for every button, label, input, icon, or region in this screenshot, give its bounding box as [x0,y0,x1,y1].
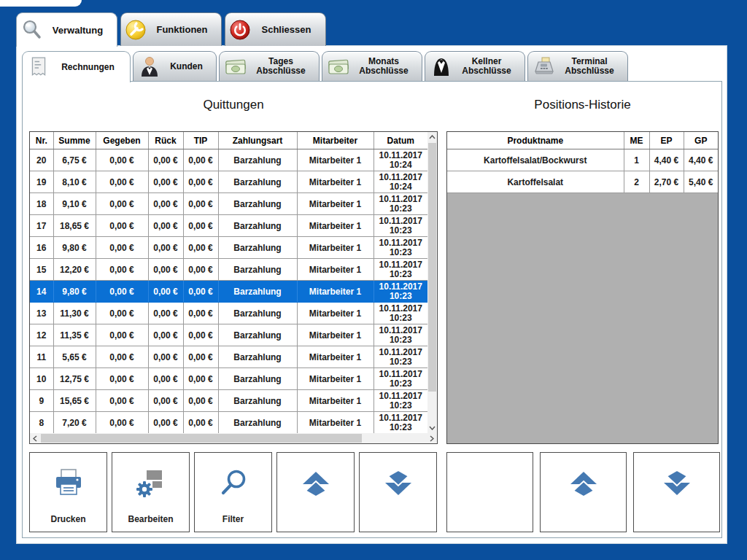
cell[interactable]: 13 [30,303,53,324]
cell-datum[interactable]: 10.11.201710:23 [374,193,427,215]
cell[interactable]: 0,00 € [183,303,218,324]
cell[interactable]: 0,00 € [183,324,218,346]
cell[interactable]: 8,10 € [53,171,96,193]
cell[interactable]: 8 [30,412,53,434]
cell[interactable]: Barzahlung [218,324,297,346]
drucken-button[interactable]: Drucken [29,452,107,532]
cell[interactable]: Mitarbeiter 1 [297,149,374,171]
cell[interactable]: Mitarbeiter 1 [297,412,374,434]
cell[interactable]: 4,40 € [649,149,684,171]
vertical-scrollbar[interactable] [427,132,437,433]
cell[interactable]: Kartoffelsalat/Bockwurst [447,149,624,171]
cell[interactable]: Mitarbeiter 1 [297,368,374,390]
cell[interactable]: Mitarbeiter 1 [297,324,374,346]
scroll-up-icon[interactable] [427,132,437,142]
cell[interactable]: Kartoffelsalat [447,171,624,193]
tab-funktionen[interactable]: Funktionen [120,12,222,46]
cell-datum[interactable]: 10.11.201710:23 [374,281,427,303]
cell[interactable]: 4,40 € [684,149,718,171]
table-row[interactable]: 1718,65 €0,00 €0,00 €0,00 €BarzahlungMit… [30,215,427,237]
cell[interactable]: 0,00 € [96,281,148,303]
tab-verwaltung[interactable]: Verwaltung [16,12,117,47]
cell[interactable]: Barzahlung [218,412,297,434]
cell[interactable]: 11,30 € [53,303,96,324]
cell[interactable]: 1 [624,149,649,171]
cell[interactable]: Mitarbeiter 1 [297,193,374,215]
cell[interactable]: 0,00 € [183,412,218,434]
tab-tages-abschluesse[interactable]: TagesAbschlüsse [219,51,320,81]
cell[interactable]: 0,00 € [148,259,183,281]
table-row[interactable]: Kartoffelsalat22,70 €5,40 € [447,171,718,193]
cell[interactable]: Mitarbeiter 1 [297,237,374,259]
cell[interactable]: Barzahlung [218,390,297,412]
table-row[interactable]: 149,80 €0,00 €0,00 €0,00 €BarzahlungMita… [30,281,427,303]
table-row[interactable]: 1211,35 €0,00 €0,00 €0,00 €BarzahlungMit… [30,324,427,346]
cell[interactable]: Barzahlung [218,346,297,368]
cell[interactable]: 0,00 € [183,193,218,215]
cell-datum[interactable]: 10.11.201710:23 [374,412,427,434]
cell[interactable]: Mitarbeiter 1 [297,346,374,368]
cell[interactable]: 0,00 € [148,412,183,434]
cell[interactable]: 11,35 € [53,324,96,346]
cell[interactable]: 0,00 € [183,390,218,412]
scrollbar-thumb[interactable] [428,143,436,392]
cell[interactable]: 0,00 € [96,390,148,412]
cell[interactable]: Barzahlung [218,281,297,303]
cell[interactable]: 0,00 € [148,346,183,368]
cell[interactable]: 0,00 € [183,368,218,390]
table-row[interactable]: 87,20 €0,00 €0,00 €0,00 €BarzahlungMitar… [30,412,427,434]
cell-datum[interactable]: 10.11.201710:23 [374,390,427,412]
cell[interactable]: Barzahlung [218,259,297,281]
scroll-up-button[interactable] [276,452,355,532]
filter-button[interactable]: Filter [194,452,272,532]
cell[interactable]: 9 [30,390,53,412]
cell[interactable]: Barzahlung [218,193,297,215]
cell[interactable]: 9,80 € [53,237,96,259]
cell[interactable]: Barzahlung [218,149,297,171]
table-row[interactable]: 169,80 €0,00 €0,00 €0,00 €BarzahlungMita… [30,237,427,259]
cell[interactable]: 0,00 € [148,281,183,303]
cell[interactable]: 0,00 € [96,215,148,237]
scroll-right-icon[interactable] [427,433,437,443]
cell[interactable]: 15,65 € [53,390,96,412]
cell[interactable]: 0,00 € [96,237,148,259]
cell[interactable]: 5,65 € [53,346,96,368]
cell[interactable]: Barzahlung [218,171,297,193]
cell[interactable]: 0,00 € [96,149,148,171]
cell-datum[interactable]: 10.11.201710:23 [374,237,427,259]
cell[interactable]: 10 [30,368,53,390]
horizontal-scrollbar[interactable] [30,433,437,443]
scroll-left-icon[interactable] [30,433,40,443]
cell[interactable]: 7,20 € [53,412,96,434]
cell[interactable]: 0,00 € [96,368,148,390]
cell[interactable]: 0,00 € [96,346,148,368]
cell[interactable]: 0,00 € [148,149,183,171]
cell[interactable]: 0,00 € [148,303,183,324]
cell-datum[interactable]: 10.11.201710:23 [374,303,427,324]
cell[interactable]: 12,20 € [53,259,96,281]
cell[interactable]: 0,00 € [183,259,218,281]
tab-terminal-abschluesse[interactable]: TerminalAbschlüsse [527,51,628,81]
cell[interactable]: 0,00 € [148,324,183,346]
cell[interactable]: 12,75 € [53,368,96,390]
cell[interactable]: 14 [30,281,53,303]
positions-scroll-down-button[interactable] [633,452,720,532]
scroll-down-button[interactable] [359,452,437,532]
cell-datum[interactable]: 10.11.201710:23 [374,368,427,390]
cell[interactable]: 18 [30,193,53,215]
table-row[interactable]: 206,75 €0,00 €0,00 €0,00 €BarzahlungMita… [30,149,427,171]
cell[interactable]: 0,00 € [183,281,218,303]
tab-kunden[interactable]: Kunden [133,51,217,81]
cell[interactable]: Mitarbeiter 1 [297,215,374,237]
cell[interactable]: 20 [30,149,53,171]
table-row[interactable]: 915,65 €0,00 €0,00 €0,00 €BarzahlungMita… [30,390,427,412]
cell-datum[interactable]: 10.11.201710:23 [374,259,427,281]
cell[interactable]: 17 [30,215,53,237]
cell[interactable]: 0,00 € [148,368,183,390]
table-row[interactable]: 1012,75 €0,00 €0,00 €0,00 €BarzahlungMit… [30,368,427,390]
cell[interactable]: 11 [30,346,53,368]
cell[interactable]: 0,00 € [96,412,148,434]
tab-rechnungen[interactable]: Rechnungen [22,51,131,82]
tab-monats-abschluesse[interactable]: MonatsAbschlüsse [322,51,422,81]
empty-button[interactable] [446,452,533,532]
